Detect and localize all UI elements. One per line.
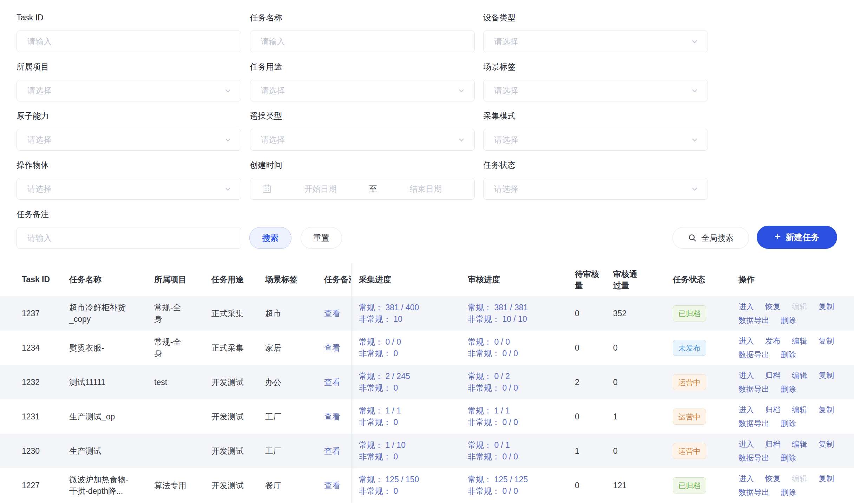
action-link-copy[interactable]: 复制 bbox=[819, 300, 834, 313]
progress-line: 常规： 0 / 2 bbox=[468, 371, 510, 382]
action-link-enter[interactable]: 进入 bbox=[738, 403, 754, 417]
action-link-archive[interactable]: 归档 bbox=[765, 369, 781, 382]
action-link-edit[interactable]: 编辑 bbox=[792, 437, 807, 451]
placeholder-text: 请选择 bbox=[494, 134, 518, 145]
action-link-export[interactable]: 数据导出 bbox=[738, 382, 769, 396]
action-link-export[interactable]: 数据导出 bbox=[738, 451, 769, 465]
action-link-delete[interactable]: 删除 bbox=[781, 382, 796, 396]
action-link-enter[interactable]: 进入 bbox=[738, 300, 754, 313]
cell-task-id: 1230 bbox=[0, 434, 69, 468]
view-remark-link[interactable]: 查看 bbox=[324, 480, 340, 491]
cell-task-status: 运营中 bbox=[673, 434, 738, 468]
task-status-select[interactable]: 请选择 bbox=[483, 178, 708, 200]
view-remark-link[interactable]: 查看 bbox=[324, 445, 340, 457]
progress-line: 非常规： 0 / 0 bbox=[468, 417, 518, 428]
reset-button[interactable]: 重置 bbox=[301, 227, 342, 249]
cell-purpose: 开发测试 bbox=[211, 434, 265, 468]
action-link-export[interactable]: 数据导出 bbox=[738, 348, 769, 362]
action-link-restore[interactable]: 恢复 bbox=[765, 472, 781, 485]
action-link-enter[interactable]: 进入 bbox=[738, 472, 754, 485]
action-link-copy[interactable]: 复制 bbox=[819, 472, 834, 485]
view-remark-link[interactable]: 查看 bbox=[324, 308, 340, 319]
row-left-fixed: 1234熨烫衣服-常规-全身正式采集家居查看 bbox=[0, 331, 351, 365]
cell-scene-tag: 工厂 bbox=[265, 434, 324, 468]
action-link-copy[interactable]: 复制 bbox=[819, 403, 834, 417]
action-link-delete[interactable]: 删除 bbox=[781, 348, 796, 362]
view-remark-link[interactable]: 查看 bbox=[324, 342, 340, 354]
task-id-input[interactable]: 请输入 bbox=[17, 31, 241, 52]
actions-line: 数据导出删除 bbox=[738, 451, 796, 465]
row-right: 常规： 381 / 400非常规： 10常规： 381 / 381非常规： 10… bbox=[351, 296, 854, 331]
filter-task-name: 任务名称请输入 bbox=[250, 13, 475, 52]
table-header: Task ID任务名称所属项目任务用途场景标签任务备注采集进度审核进度待审核量审… bbox=[0, 263, 854, 296]
project-select[interactable]: 请选择 bbox=[17, 80, 241, 101]
filter-label: Task ID bbox=[17, 13, 241, 22]
action-link-archive[interactable]: 归档 bbox=[765, 403, 781, 417]
status-badge: 已归档 bbox=[673, 305, 706, 321]
action-link-restore[interactable]: 恢复 bbox=[765, 300, 781, 313]
action-link-copy[interactable]: 复制 bbox=[819, 334, 834, 348]
row-left-fixed: 1231生产测试_op开发测试工厂查看 bbox=[0, 399, 351, 434]
action-link-archive[interactable]: 归档 bbox=[765, 437, 781, 451]
actions-line: 数据导出删除 bbox=[738, 417, 796, 430]
cell-collect-progress: 常规： 125 / 150非常规： 0 bbox=[352, 468, 468, 503]
cell-task-name: 微波炉加热食物-干扰-depth降... bbox=[69, 468, 154, 503]
cell-review-progress: 常规： 125 / 125非常规： 0 / 0 bbox=[468, 468, 575, 503]
operate-object-select[interactable]: 请选择 bbox=[17, 178, 241, 200]
cell-pending-count: 0 bbox=[575, 296, 613, 331]
action-link-edit: 编辑 bbox=[792, 472, 807, 485]
atomic-ability-select[interactable]: 请选择 bbox=[17, 129, 241, 151]
action-link-enter[interactable]: 进入 bbox=[738, 369, 754, 382]
filter-label: 场景标签 bbox=[483, 62, 708, 72]
new-task-button[interactable]: + 新建任务 bbox=[757, 226, 837, 249]
cell-task-remark: 查看 bbox=[324, 296, 351, 331]
cell-collect-progress: 常规： 381 / 400非常规： 10 bbox=[352, 296, 468, 331]
status-badge: 运营中 bbox=[673, 409, 706, 425]
cell-task-status: 已归档 bbox=[673, 468, 738, 503]
create-time-picker[interactable]: 开始日期至结束日期 bbox=[250, 178, 475, 200]
calendar-icon bbox=[262, 184, 272, 194]
action-link-edit[interactable]: 编辑 bbox=[792, 403, 807, 417]
task-remark-input[interactable]: 请输入 bbox=[17, 227, 241, 249]
action-link-edit[interactable]: 编辑 bbox=[792, 334, 807, 348]
cell-project: 算法专用 bbox=[154, 468, 211, 503]
cell-pending-count: 0 bbox=[575, 399, 613, 434]
filter-label: 操作物体 bbox=[17, 160, 241, 170]
task-purpose-select[interactable]: 请选择 bbox=[250, 80, 475, 101]
action-link-delete[interactable]: 删除 bbox=[781, 451, 796, 465]
action-link-enter[interactable]: 进入 bbox=[738, 334, 754, 348]
header-cell: 任务名称 bbox=[69, 263, 154, 296]
global-search-button[interactable]: 全局搜索 bbox=[672, 227, 749, 249]
scene-tag-select[interactable]: 请选择 bbox=[483, 80, 708, 101]
view-remark-link[interactable]: 查看 bbox=[324, 377, 340, 388]
view-remark-link[interactable]: 查看 bbox=[324, 411, 340, 423]
header-cell: 审核通过量 bbox=[613, 263, 673, 296]
action-link-delete[interactable]: 删除 bbox=[781, 485, 796, 499]
action-link-export[interactable]: 数据导出 bbox=[738, 417, 769, 430]
cell-task-id: 1232 bbox=[0, 365, 69, 399]
chevron-down-icon bbox=[458, 87, 465, 96]
teleop-type-select[interactable]: 请选择 bbox=[250, 129, 475, 151]
search-button[interactable]: 搜索 bbox=[249, 227, 291, 249]
collect-mode-select[interactable]: 请选择 bbox=[483, 129, 708, 151]
cell-pending-count: 2 bbox=[575, 365, 613, 399]
action-link-export[interactable]: 数据导出 bbox=[738, 485, 769, 499]
action-link-publish[interactable]: 发布 bbox=[765, 334, 781, 348]
cell-scene-tag: 餐厅 bbox=[265, 468, 324, 503]
action-link-copy[interactable]: 复制 bbox=[819, 437, 834, 451]
action-link-delete[interactable]: 删除 bbox=[781, 417, 796, 430]
device-type-select[interactable]: 请选择 bbox=[483, 31, 708, 52]
action-link-delete[interactable]: 删除 bbox=[781, 313, 796, 327]
progress-line: 非常规： 0 bbox=[359, 451, 398, 463]
placeholder-text: 请输入 bbox=[27, 36, 52, 47]
placeholder-text: 请选择 bbox=[27, 134, 52, 145]
cell-task-name: 超市冷鲜柜补货_copy bbox=[69, 296, 154, 331]
action-link-edit[interactable]: 编辑 bbox=[792, 369, 807, 382]
actions-line: 进入恢复编辑复制 bbox=[738, 472, 834, 485]
header-cell: 操作 bbox=[738, 263, 854, 296]
action-link-export[interactable]: 数据导出 bbox=[738, 313, 769, 327]
progress-line: 常规： 1 / 10 bbox=[359, 439, 406, 451]
action-link-copy[interactable]: 复制 bbox=[819, 369, 834, 382]
action-link-enter[interactable]: 进入 bbox=[738, 437, 754, 451]
task-name-input[interactable]: 请输入 bbox=[250, 31, 475, 52]
